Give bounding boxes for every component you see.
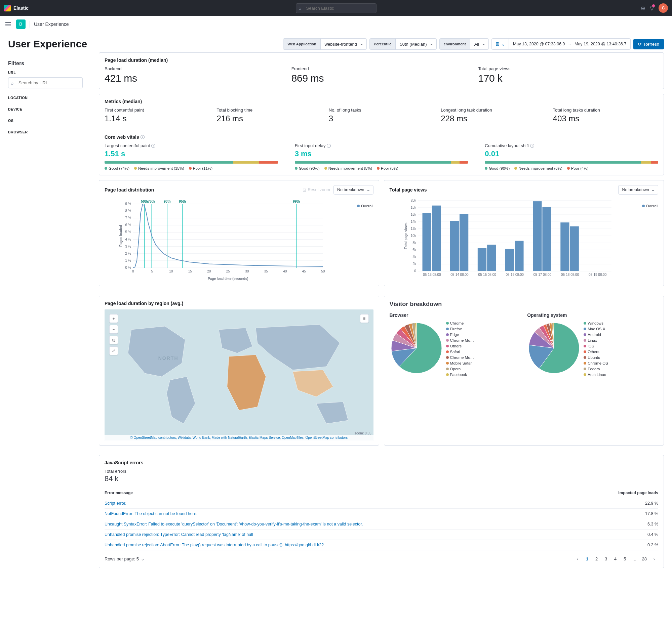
legend-item[interactable]: Mobile Safari	[446, 361, 474, 365]
views-chart[interactable]: 02k4k6k8k10k12k14k16k18k20kTotal page vi…	[390, 197, 658, 281]
percentile-value[interactable]: 50th (Median)	[396, 39, 436, 49]
app-icon[interactable]: D	[16, 20, 26, 29]
error-message-link[interactable]: Unhandled promise rejection: TypeError: …	[104, 532, 641, 537]
web-app-value[interactable]: website-frontend	[321, 39, 366, 49]
map-expand-button[interactable]: ⤢	[109, 347, 118, 355]
legend-item[interactable]: Others	[446, 344, 474, 348]
total-long-value: 403 ms	[553, 114, 658, 123]
refresh-icon: ⟳	[638, 42, 642, 47]
legend-item[interactable]: Mac OS X	[583, 327, 608, 331]
filter-location[interactable]: LOCATION	[8, 96, 83, 100]
svg-text:10: 10	[169, 270, 173, 273]
legend-item[interactable]: Chrome Mo…	[446, 338, 474, 343]
legend-item[interactable]: Fedora	[583, 367, 608, 371]
legend-item[interactable]: Windows	[583, 321, 608, 325]
legend-item[interactable]: Facebook	[446, 373, 474, 377]
svg-text:20k: 20k	[410, 199, 416, 202]
page-3[interactable]: 3	[602, 554, 610, 563]
page-2[interactable]: 2	[593, 554, 601, 563]
error-message-link[interactable]: Script error.	[104, 501, 639, 506]
calendar-icon[interactable]: 🗓 ⌄	[492, 39, 509, 49]
svg-text:7 %: 7 %	[125, 216, 131, 220]
total-long-label: Total long tasks duration	[553, 107, 658, 112]
error-message-link[interactable]: NotFoundError: The object can not be fou…	[104, 511, 639, 516]
url-filter-input[interactable]	[8, 77, 83, 88]
filter-device[interactable]: DEVICE	[8, 107, 83, 111]
svg-text:1 %: 1 %	[125, 259, 131, 262]
os-legend: WindowsMac OS XAndroidLinuxiOSOthersUbun…	[583, 321, 608, 377]
tbt-value: 216 ms	[216, 114, 322, 123]
filters-sidebar: Filters URL ⌕ LOCATION DEVICE OS BROWSER	[0, 52, 91, 581]
legend-item[interactable]: Others	[583, 350, 608, 354]
svg-rect-72	[477, 248, 486, 271]
page-4[interactable]: 4	[611, 554, 620, 563]
svg-text:10k: 10k	[410, 234, 416, 237]
page-next[interactable]: ›	[650, 554, 658, 563]
legend-item[interactable]: Safari	[446, 350, 474, 354]
info-icon[interactable]: i	[141, 135, 145, 139]
legend-item[interactable]: Firefox	[446, 327, 474, 331]
tbt-label: Total blocking time	[216, 107, 322, 112]
svg-text:35: 35	[264, 270, 268, 273]
reset-zoom-button[interactable]: ⊡Reset zoom	[303, 187, 330, 193]
col-impacted[interactable]: Impacted page loads	[618, 490, 658, 495]
info-icon[interactable]: i	[151, 144, 155, 148]
map-zoom-out-button[interactable]: －	[109, 325, 118, 334]
svg-text:0 %: 0 %	[125, 266, 131, 270]
legend-item[interactable]: Chrome OS	[583, 361, 608, 365]
page-load-title: Page load duration (median)	[104, 57, 658, 63]
legend-item[interactable]: Edge	[446, 333, 474, 337]
map-layers-button[interactable]: ≡	[360, 314, 369, 323]
col-error-message[interactable]: Error message	[104, 490, 133, 495]
info-icon[interactable]: i	[327, 144, 331, 148]
page-5[interactable]: 5	[621, 554, 629, 563]
svg-text:50: 50	[321, 270, 325, 273]
svg-rect-78	[533, 201, 542, 271]
rows-per-page-select[interactable]: Rows per page: 5⌄	[104, 556, 145, 561]
svg-text:05-14 08:00: 05-14 08:00	[451, 273, 469, 277]
global-search-input[interactable]	[296, 3, 377, 13]
info-icon[interactable]: i	[530, 144, 534, 148]
os-pie-chart[interactable]	[527, 321, 581, 375]
page-28[interactable]: 28	[640, 554, 649, 563]
browser-pie-chart[interactable]	[390, 321, 443, 375]
map-zoom-in-button[interactable]: ＋	[109, 314, 118, 323]
error-row: Uncaught SyntaxError: Failed to execute …	[104, 519, 658, 530]
legend-item[interactable]: Linux	[583, 338, 608, 343]
refresh-button[interactable]: ⟳ Refresh	[633, 39, 664, 49]
svg-text:30: 30	[245, 270, 249, 273]
error-pct: 6.3 %	[647, 522, 658, 527]
error-message-link[interactable]: Uncaught SyntaxError: Failed to execute …	[104, 522, 641, 527]
error-pct: 17.8 %	[645, 511, 658, 516]
user-avatar[interactable]: C	[658, 3, 668, 13]
distribution-panel: Page load distribution ⊡Reset zoom No br…	[99, 180, 379, 286]
legend-item[interactable]: Opera	[446, 367, 474, 371]
date-range-picker[interactable]: 🗓 ⌄ May 13, 2020 @ 07:33:06.9 → May 19, …	[491, 38, 631, 50]
world-map[interactable]: NORTH ＋ － ◎ ⤢ ≡ zoom: 0.55 © OpenStreetM…	[104, 309, 374, 440]
legend-item[interactable]: Chrome Mo…	[446, 355, 474, 359]
distribution-chart[interactable]: 0 %1 %2 %3 %4 %5 %6 %7 %8 %9 %0510152025…	[104, 197, 374, 281]
environment-value[interactable]: All	[470, 39, 488, 49]
svg-text:45: 45	[302, 270, 306, 273]
map-locate-button[interactable]: ◎	[109, 336, 118, 345]
error-message-link[interactable]: Unhandled promise rejection: AbortError:…	[104, 542, 641, 547]
percentile-selector[interactable]: Percentile 50th (Median)	[369, 38, 437, 50]
views-breakdown-select[interactable]: No breakdown	[618, 185, 658, 195]
dist-breakdown-select[interactable]: No breakdown	[334, 185, 374, 195]
svg-text:05-16 08:00: 05-16 08:00	[506, 273, 524, 277]
help-icon[interactable]: ⊕	[641, 5, 645, 11]
metrics-panel: Metrics (median) First contentful paint1…	[99, 94, 664, 175]
page-prev[interactable]: ‹	[574, 554, 582, 563]
filter-browser[interactable]: BROWSER	[8, 130, 83, 134]
filter-os[interactable]: OS	[8, 119, 83, 123]
legend-item[interactable]: Ubuntu	[583, 355, 608, 359]
legend-item[interactable]: iOS	[583, 344, 608, 348]
legend-item[interactable]: Chrome	[446, 321, 474, 325]
legend-item[interactable]: Arch Linux	[583, 373, 608, 377]
environment-selector[interactable]: environment All	[439, 38, 489, 50]
legend-item[interactable]: Android	[583, 333, 608, 337]
web-app-selector[interactable]: Web Application website-frontend	[283, 38, 367, 50]
news-icon[interactable]: ▽	[650, 5, 654, 11]
nav-toggle-button[interactable]	[4, 21, 12, 28]
page-1[interactable]: 1	[583, 554, 591, 563]
